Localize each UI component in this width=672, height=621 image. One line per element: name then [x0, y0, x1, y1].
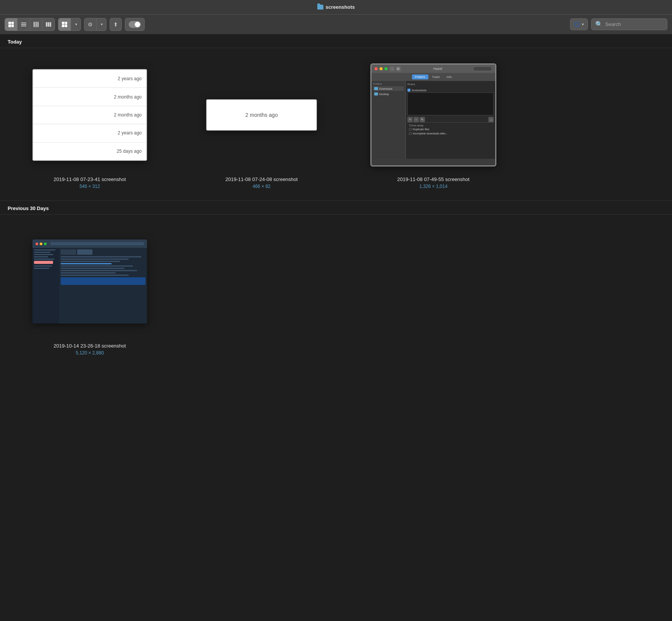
file-name-2: 2019-11-08 07-24-08 screenshot	[225, 176, 297, 182]
today-section-header: Today	[0, 34, 672, 48]
search-icon: 🔍	[595, 21, 603, 28]
sidebar-highlight	[34, 261, 53, 264]
thumbnail-4	[32, 239, 147, 323]
list-view-button[interactable]	[18, 18, 30, 31]
dot-red	[36, 243, 38, 245]
previous-30-grid: 2019-10-14 23-26-18 screenshot 5,120 × 2…	[15, 226, 657, 356]
file-name-1: 2019-11-08 07-23-41 screenshot	[53, 176, 126, 182]
hazel-min-dot	[380, 67, 383, 70]
hazel-title: Hazel	[404, 67, 471, 71]
tab-1	[61, 249, 76, 255]
hazel-rules-header: Rules	[407, 82, 415, 86]
view-dropdown-button[interactable]: ▾	[71, 18, 81, 31]
code-line-1	[61, 256, 141, 257]
file-dims-3: 1,326 × 1,014	[419, 184, 447, 189]
hazel-titlebar: ‹ ⊞ Hazel	[372, 65, 495, 73]
hazel-body: Folders Downloads Desktop	[372, 81, 495, 159]
dropbox-icon: ⬡	[574, 21, 580, 28]
share-icon: ⬆	[113, 21, 118, 27]
previous-30-label: Previous 30 Days	[8, 205, 49, 211]
hazel-main-header: Rules	[407, 82, 494, 87]
code-panel	[61, 277, 145, 285]
thumb-1-row-4: 2 years ago	[33, 124, 146, 142]
toggle-switch	[129, 21, 141, 28]
sidebar-line-5	[34, 259, 54, 260]
tab-2	[77, 249, 92, 255]
dot-yellow	[40, 243, 42, 245]
hazel-search-rules: ⌕	[488, 117, 494, 122]
code-line-8	[61, 275, 129, 276]
code-line-3	[61, 261, 120, 262]
gallery-item-1[interactable]: 2 years ago 2 months ago 2 months ago 2 …	[15, 60, 164, 189]
icon-view-button[interactable]	[5, 18, 18, 31]
code-line-6	[61, 270, 137, 271]
hazel-back-btn: ‹	[389, 66, 395, 71]
grid-icon	[8, 22, 14, 27]
hazel-rules-toolbar: + − ✎ ⌕	[407, 117, 494, 122]
toggle-group	[125, 18, 145, 31]
hazel-throw-item-1: Duplicate files	[409, 128, 492, 131]
hazel-throw-items: Duplicate files Incomplete downloads aft…	[409, 128, 492, 136]
columns-view-button[interactable]	[30, 18, 42, 31]
thumbnail-2: 2 months ago	[206, 99, 317, 131]
title-text: screenshots	[326, 4, 355, 10]
hazel-folders-header: Folders	[373, 82, 404, 85]
toolbar: ▾ ⚙ ▾ ⬆ ⬡ ▾ 🔍	[0, 15, 672, 34]
search-box[interactable]: 🔍	[591, 18, 667, 30]
code-highlight-line	[61, 263, 111, 264]
gallery-item-2[interactable]: 2 months ago 2019-11-08 07-24-08 screens…	[187, 60, 336, 189]
hazel-sidebar-downloads: Downloads	[373, 86, 404, 91]
gallery-item-3[interactable]: ‹ ⊞ Hazel Folders Trash Info	[359, 60, 508, 189]
hazel-folder-icon	[374, 87, 378, 90]
thumb-4-tabs	[61, 249, 145, 255]
today-label: Today	[8, 39, 22, 45]
thumb-4-sidebar	[32, 248, 59, 323]
thumbnail-wrapper-2: 2 months ago	[187, 60, 336, 170]
hazel-edit-btn: ✎	[420, 117, 425, 122]
file-dims-4: 5,120 × 2,880	[76, 350, 104, 356]
code-line-7	[61, 272, 116, 273]
hazel-main: Rules ✓ Screenshots + − ✎	[406, 81, 495, 159]
list-icon	[21, 23, 26, 26]
hazel-grid-btn: ⊞	[396, 66, 401, 71]
settings-group: ⚙ ▾	[84, 18, 107, 31]
hazel-downloads-label: Downloads	[379, 87, 393, 90]
thumb-1-row-2: 2 months ago	[33, 88, 146, 106]
toggle-button[interactable]	[125, 18, 144, 31]
today-grid: 2 years ago 2 months ago 2 months ago 2 …	[15, 60, 657, 189]
thumbnail-wrapper-4	[15, 226, 164, 337]
view-mode-group-1	[5, 18, 55, 31]
gallery-item-4[interactable]: 2019-10-14 23-26-18 screenshot 5,120 × 2…	[15, 226, 164, 356]
thumb-2-text: 2 months ago	[246, 112, 278, 118]
thumb-4-body	[32, 248, 147, 323]
previous-30-gallery: 2019-10-14 23-26-18 screenshot 5,120 × 2…	[0, 215, 672, 367]
title-bar: screenshots	[0, 0, 672, 15]
search-input[interactable]	[605, 21, 663, 27]
share-button[interactable]: ⬆	[110, 18, 121, 31]
settings-button[interactable]: ⚙	[84, 18, 97, 31]
filmstrip-icon	[46, 22, 51, 27]
hazel-uncheck-2	[409, 132, 412, 135]
dropbox-button[interactable]: ⬡ ▾	[570, 18, 588, 30]
code-line-4	[61, 265, 133, 267]
thumb-4-header	[32, 239, 147, 248]
hazel-tab-folders: Folders	[412, 74, 428, 79]
hazel-screenshots-label: Screenshots	[412, 89, 426, 92]
dot-green	[44, 243, 47, 245]
thumb-1-row-5: 25 days ago	[33, 142, 146, 160]
code-line-2	[61, 259, 129, 260]
hazel-nav-buttons: ‹ ⊞	[389, 66, 401, 71]
file-name-3: 2019-11-08 07-49-55 screenshot	[397, 176, 469, 182]
thumb-4-main	[59, 248, 147, 323]
view-mode-group-2: ▾	[58, 18, 81, 31]
thumbnail-1: 2 years ago 2 months ago 2 months ago 2 …	[32, 69, 147, 161]
hazel-search-btn: ⌕	[488, 117, 494, 122]
hazel-screenshots-checkbox: ✓ Screenshots	[407, 89, 494, 92]
sidebar-line-7	[34, 268, 49, 269]
sidebar-line-2	[34, 252, 50, 253]
filmstrip-view-button[interactable]	[42, 18, 55, 31]
settings-dropdown-button[interactable]: ▾	[97, 18, 106, 31]
hazel-rules-area	[407, 92, 494, 115]
gallery-view-button[interactable]	[58, 18, 71, 31]
hazel-close-dot	[375, 67, 378, 70]
